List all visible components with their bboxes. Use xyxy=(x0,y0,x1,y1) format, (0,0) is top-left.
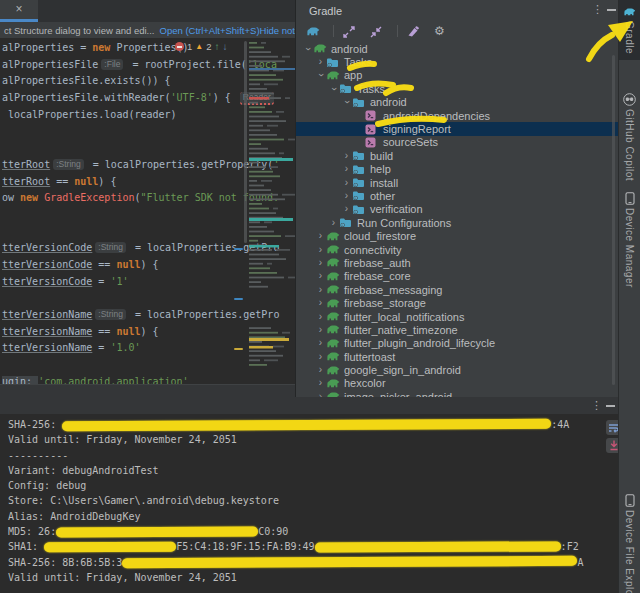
chevron-collapsed-icon[interactable]: › xyxy=(315,312,326,322)
console-line[interactable]: Store: C:\Users\Gamer\.android\debug.key… xyxy=(8,493,608,508)
tree-item-other[interactable]: ›other xyxy=(296,189,618,202)
tool-strip-tab-device-manager[interactable]: Device Manager xyxy=(619,187,640,294)
collapse-all-icon[interactable] xyxy=(370,26,384,37)
offline-mode-icon[interactable] xyxy=(407,26,421,37)
code-line[interactable]: tterVersionCode = '1' xyxy=(2,274,248,291)
chevron-collapsed-icon[interactable]: › xyxy=(328,218,339,228)
more-options-icon[interactable]: ⋮ xyxy=(591,399,602,412)
chevron-collapsed-icon[interactable]: › xyxy=(315,258,326,268)
open-project-structure-link[interactable]: Open (Ctrl+Alt+Shift+S) xyxy=(160,25,260,36)
code-line[interactable] xyxy=(2,207,248,224)
chevron-collapsed-icon[interactable]: › xyxy=(315,231,326,241)
tree-item-app[interactable]: ›app xyxy=(296,69,618,82)
gradle-scrollbar[interactable] xyxy=(612,55,615,385)
settings-icon[interactable]: ⚙ xyxy=(434,25,445,37)
tree-item-run-configurations[interactable]: ›Run Configurations xyxy=(296,216,618,229)
chevron-expanded-icon[interactable]: › xyxy=(316,70,326,81)
tree-item-help[interactable]: ›help xyxy=(296,163,618,176)
console-line[interactable]: Config: debug xyxy=(8,478,608,493)
tool-strip-tab-gradle[interactable]: Gradle xyxy=(619,0,640,60)
tree-item-android[interactable]: ›android xyxy=(296,96,618,109)
tree-item-sourcesets[interactable]: sourceSets xyxy=(296,136,618,149)
chevron-collapsed-icon[interactable]: › xyxy=(315,365,326,375)
chevron-collapsed-icon[interactable]: › xyxy=(315,245,326,255)
chevron-collapsed-icon[interactable]: › xyxy=(315,271,326,281)
tree-item-firebase-storage[interactable]: ›firebase_storage xyxy=(296,296,618,309)
code-line[interactable]: tterVersionCode == null) { xyxy=(2,257,248,274)
tree-item-google-sign-in-android[interactable]: ›google_sign_in_android xyxy=(296,363,618,376)
chevron-collapsed-icon[interactable]: › xyxy=(315,285,326,295)
console-line[interactable]: ---------- xyxy=(8,448,608,463)
tree-item-connectivity[interactable]: ›connectivity xyxy=(296,243,618,256)
code-line[interactable] xyxy=(2,224,248,241)
console-line[interactable]: Valid until: Friday, November 24, 2051 xyxy=(8,570,608,585)
code-line[interactable]: tterRoot == null) { xyxy=(2,174,248,191)
code-line[interactable]: tterRoot:String = localProperties.getPro… xyxy=(2,157,248,174)
gradle-sync-icon[interactable] xyxy=(306,26,320,37)
code-line[interactable]: alPropertiesFile:File = rootProject.file… xyxy=(2,57,248,74)
chevron-expanded-icon[interactable]: › xyxy=(329,83,339,94)
code-line[interactable] xyxy=(2,357,248,374)
chevron-collapsed-icon[interactable]: › xyxy=(315,298,326,308)
console-line[interactable]: Alias: AndroidDebugKey xyxy=(8,509,608,524)
tree-item-tasks[interactable]: ›Tasks xyxy=(296,55,618,68)
expand-all-icon[interactable] xyxy=(343,26,357,37)
chevron-expanded-icon[interactable]: › xyxy=(303,43,313,54)
chevron-collapsed-icon[interactable]: › xyxy=(341,204,352,214)
tree-item-firebase-messaging[interactable]: ›firebase_messaging xyxy=(296,283,618,296)
console-output[interactable]: SHA-256: :4AValid until: Friday, Novembe… xyxy=(8,417,608,593)
inspection-widget[interactable]: 1 ▲ 2 ↑ ↓ xyxy=(175,38,228,55)
code-line[interactable]: tterVersionName == null) { xyxy=(2,324,248,341)
close-icon[interactable]: × xyxy=(15,2,22,16)
tree-item-androiddependencies[interactable]: androidDependencies xyxy=(296,109,618,122)
console-line[interactable]: SHA1: F5:C4:18:9F:15:FA:B9:49:F2 xyxy=(8,539,608,554)
editor-scrollbar[interactable] xyxy=(244,41,247,243)
tree-item-firebase-auth[interactable]: ›firebase_auth xyxy=(296,256,618,269)
tool-strip-tab-device-file-explorer[interactable]: Device File Explorer xyxy=(619,489,640,593)
code-line[interactable] xyxy=(2,123,248,140)
chevron-collapsed-icon[interactable]: › xyxy=(341,164,352,174)
tree-item-flutter-plugin-android-lifecycle[interactable]: ›flutter_plugin_android_lifecycle xyxy=(296,337,618,350)
tree-item-firebase-core[interactable]: ›firebase_core xyxy=(296,270,618,283)
code-line[interactable]: ow new GradleException("Flutter SDK not … xyxy=(2,190,248,207)
console-line[interactable]: MD5: 26:C0:90 xyxy=(8,524,608,539)
hide-notification-link[interactable]: Hide notification xyxy=(260,25,295,36)
console-line[interactable]: SHA-256: :4A xyxy=(8,417,608,432)
chevron-collapsed-icon[interactable]: › xyxy=(315,378,326,388)
chevron-collapsed-icon[interactable]: › xyxy=(341,178,352,188)
chevron-collapsed-icon[interactable]: › xyxy=(315,352,326,362)
tree-item-build[interactable]: ›build xyxy=(296,149,618,162)
chevron-expanded-icon[interactable]: › xyxy=(342,97,352,108)
tree-item-flutter-local-notifications[interactable]: ›flutter_local_notifications xyxy=(296,310,618,323)
tree-item-cloud-firestore[interactable]: ›cloud_firestore xyxy=(296,229,618,242)
chevron-collapsed-icon[interactable]: › xyxy=(341,191,352,201)
tree-item-android[interactable]: ›android xyxy=(296,42,618,55)
minimize-icon[interactable] xyxy=(606,405,615,407)
console-line[interactable]: Variant: debugAndroidTest xyxy=(8,463,608,478)
tree-item-install[interactable]: ›install xyxy=(296,176,618,189)
tool-strip-tab-github-copilot[interactable]: GitHub Copilot xyxy=(619,88,640,187)
previous-issue-icon[interactable]: ↑ xyxy=(215,41,220,52)
tree-item-signingreport[interactable]: signingReport xyxy=(296,122,618,135)
code-line[interactable]: localProperties.load(reader) xyxy=(2,107,248,124)
code-line[interactable]: alPropertiesFile.exists()) { xyxy=(2,73,248,90)
console-line[interactable]: SHA-256: 8B:6B:5B:3A xyxy=(8,555,608,570)
console-line[interactable]: ---------- xyxy=(8,585,608,593)
code-line[interactable] xyxy=(2,290,248,307)
tree-item-flutter-native-timezone[interactable]: ›flutter_native_timezone xyxy=(296,323,618,336)
code-line[interactable]: tterVersionName = '1.0' xyxy=(2,340,248,357)
chevron-collapsed-icon[interactable]: › xyxy=(341,151,352,161)
next-issue-icon[interactable]: ↓ xyxy=(223,41,228,52)
minimap[interactable] xyxy=(247,38,295,383)
code-area[interactable]: alProperties = new Properties()alPropert… xyxy=(2,40,248,390)
code-editor[interactable]: alProperties = new Properties()alPropert… xyxy=(0,38,295,397)
code-line[interactable]: alPropertiesFile.withReader('UTF-8') { R… xyxy=(2,90,248,107)
code-line[interactable] xyxy=(2,140,248,157)
minimize-icon[interactable] xyxy=(607,9,616,11)
tree-item-hexcolor[interactable]: ›hexcolor xyxy=(296,377,618,390)
editor-tab[interactable]: × xyxy=(0,0,38,22)
tree-item-tasks[interactable]: ›Tasks xyxy=(296,82,618,95)
tree-item-fluttertoast[interactable]: ›fluttertoast xyxy=(296,350,618,363)
tree-item-verification[interactable]: ›verification xyxy=(296,203,618,216)
more-options-icon[interactable]: ⋮ xyxy=(592,3,603,16)
